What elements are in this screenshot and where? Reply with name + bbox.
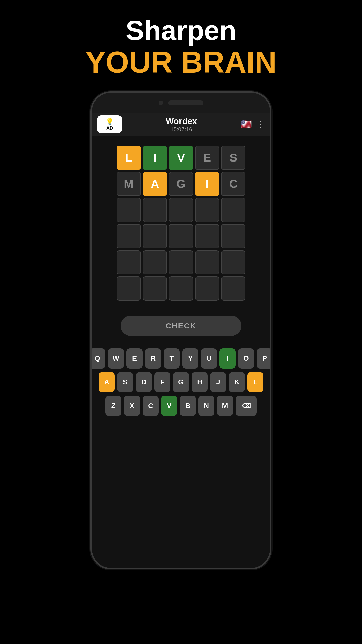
app-title-container: Wordex 15:07:16 [166, 116, 197, 133]
key-B[interactable]: B [180, 396, 196, 416]
grid-cell-2-0 [117, 198, 141, 222]
grid-cell-4-4 [221, 250, 245, 274]
phone-frame: 💡 AD Wordex 15:07:16 🇺🇸 ⋮ LIVESMAGIC CHE… [90, 91, 272, 569]
grid-cell-5-0 [117, 276, 141, 301]
grid-cell-0-3: E [195, 146, 219, 170]
grid-cell-4-2 [169, 250, 193, 274]
grid-cell-2-2 [169, 198, 193, 222]
phone-speaker [168, 100, 203, 105]
grid-cell-4-1 [143, 250, 167, 274]
grid-cell-1-3: I [195, 172, 219, 196]
grid-row-5 [117, 276, 245, 301]
phone-camera [159, 101, 163, 105]
key-E[interactable]: E [126, 348, 143, 369]
key-⌫[interactable]: ⌫ [236, 396, 257, 416]
key-I[interactable]: I [219, 348, 236, 369]
grid-cell-3-0 [117, 224, 141, 248]
key-X[interactable]: X [124, 396, 140, 416]
grid-cell-4-3 [195, 250, 219, 274]
app-timer: 15:07:16 [171, 126, 192, 133]
side-button [270, 181, 272, 201]
grid-cell-2-4 [221, 198, 245, 222]
grid-cell-0-1: I [143, 146, 167, 170]
grid-cell-5-3 [195, 276, 219, 301]
key-A[interactable]: A [99, 372, 115, 392]
key-Q[interactable]: Q [90, 348, 105, 369]
phone-top-bar [92, 93, 270, 113]
grid-row-2 [117, 198, 245, 222]
key-J[interactable]: J [210, 372, 226, 392]
key-H[interactable]: H [192, 372, 208, 392]
keyboard-row-2: ZXCVBNM⌫ [105, 396, 257, 416]
hero-line2: YOUR BRAIN [85, 46, 277, 79]
app-screen: 💡 AD Wordex 15:07:16 🇺🇸 ⋮ LIVESMAGIC CHE… [92, 113, 270, 568]
grid-cell-5-2 [169, 276, 193, 301]
keyboard: QWERTYUIOPASDFGHJKLZXCVBNM⌫ [90, 348, 272, 423]
grid-cell-4-0 [117, 250, 141, 274]
key-S[interactable]: S [117, 372, 133, 392]
hero-line1: Sharpen [85, 15, 277, 46]
grid-cell-0-2: V [169, 146, 193, 170]
grid-cell-3-2 [169, 224, 193, 248]
key-K[interactable]: K [229, 372, 245, 392]
key-F[interactable]: F [154, 372, 170, 392]
key-U[interactable]: U [201, 348, 217, 369]
key-D[interactable]: D [136, 372, 152, 392]
check-button-label: CHECK [166, 321, 196, 330]
grid-cell-1-4: C [221, 172, 245, 196]
key-C[interactable]: C [143, 396, 159, 416]
grid-cell-1-0: M [117, 172, 141, 196]
flag-icon: 🇺🇸 [241, 119, 252, 130]
grid-cell-5-1 [143, 276, 167, 301]
grid-row-4 [117, 250, 245, 274]
menu-icon[interactable]: ⋮ [257, 119, 265, 129]
grid-cell-3-4 [221, 224, 245, 248]
grid-cell-1-2: G [169, 172, 193, 196]
ad-button[interactable]: 💡 AD [97, 115, 122, 133]
key-O[interactable]: O [238, 348, 254, 369]
grid-row-0: LIVES [117, 146, 245, 170]
app-header-right: 🇺🇸 ⋮ [241, 119, 265, 130]
grid-cell-0-4: S [221, 146, 245, 170]
key-N[interactable]: N [198, 396, 214, 416]
key-Z[interactable]: Z [105, 396, 121, 416]
app-header: 💡 AD Wordex 15:07:16 🇺🇸 ⋮ [92, 113, 270, 136]
key-Y[interactable]: Y [182, 348, 198, 369]
ad-label: AD [106, 126, 113, 131]
grid-cell-5-4 [221, 276, 245, 301]
bulb-icon: 💡 [106, 118, 114, 126]
key-L[interactable]: L [247, 372, 263, 392]
check-button[interactable]: CHECK [121, 316, 241, 336]
key-P[interactable]: P [257, 348, 272, 369]
app-title: Wordex [166, 116, 197, 126]
grid-cell-3-1 [143, 224, 167, 248]
key-R[interactable]: R [145, 348, 161, 369]
grid-row-1: MAGIC [117, 172, 245, 196]
hero-section: Sharpen YOUR BRAIN [85, 15, 277, 79]
keyboard-row-0: QWERTYUIOP [90, 348, 272, 369]
game-grid: LIVESMAGIC [117, 146, 245, 301]
grid-cell-3-3 [195, 224, 219, 248]
key-G[interactable]: G [173, 372, 189, 392]
grid-cell-2-3 [195, 198, 219, 222]
key-T[interactable]: T [164, 348, 180, 369]
key-W[interactable]: W [108, 348, 124, 369]
grid-cell-2-1 [143, 198, 167, 222]
grid-row-3 [117, 224, 245, 248]
grid-cell-0-0: L [117, 146, 141, 170]
keyboard-row-1: ASDFGHJKL [99, 372, 263, 392]
key-V[interactable]: V [161, 396, 177, 416]
grid-cell-1-1: A [143, 172, 167, 196]
key-M[interactable]: M [217, 396, 233, 416]
